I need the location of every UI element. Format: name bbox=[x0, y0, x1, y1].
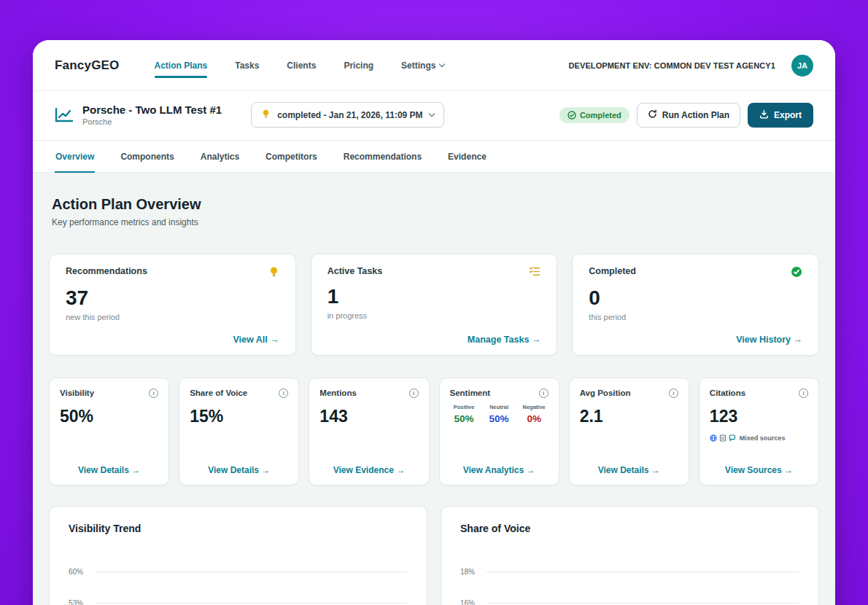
sentiment-card: Sentiment i Positive 50% Neutral 50% Neg… bbox=[439, 378, 559, 485]
line-chart-icon bbox=[55, 107, 74, 123]
info-icon[interactable]: i bbox=[799, 389, 808, 398]
download-icon bbox=[759, 109, 769, 121]
active-tasks-card: Active Tasks 1 in progress Manage Tasks … bbox=[311, 254, 558, 356]
metric-value: 123 bbox=[710, 407, 808, 426]
gridline bbox=[487, 603, 799, 604]
tab-competitors[interactable]: Competitors bbox=[265, 141, 318, 173]
view-evidence-link[interactable]: View Evidence → bbox=[333, 465, 406, 475]
card-caption: this period bbox=[589, 313, 802, 321]
view-sources-link[interactable]: View Sources → bbox=[725, 465, 793, 475]
status-badge-label: Completed bbox=[580, 111, 621, 120]
refresh-icon bbox=[648, 109, 657, 121]
tab-evidence[interactable]: Evidence bbox=[447, 141, 487, 173]
card-value: 37 bbox=[66, 286, 279, 310]
metric-value: 50% bbox=[60, 407, 158, 426]
manage-tasks-link[interactable]: Manage Tasks → bbox=[468, 335, 541, 345]
brand-logo: FancyGEO bbox=[55, 58, 120, 73]
info-icon[interactable]: i bbox=[279, 389, 288, 398]
info-icon[interactable]: i bbox=[669, 389, 678, 398]
info-icon[interactable]: i bbox=[149, 389, 158, 398]
nav-item-clients[interactable]: Clients bbox=[287, 60, 316, 71]
tab-components[interactable]: Components bbox=[120, 141, 174, 173]
nav-item-settings[interactable]: Settings bbox=[401, 60, 444, 71]
chevron-down-icon bbox=[439, 61, 445, 67]
sentiment-neutral-value: 50% bbox=[485, 413, 514, 424]
y-axis-tick: 53% bbox=[69, 599, 88, 605]
status-badge: Completed bbox=[559, 107, 629, 123]
gridline bbox=[95, 571, 408, 572]
card-value: 0 bbox=[589, 286, 802, 310]
metric-label: Visibility bbox=[60, 389, 94, 397]
chart-grid: 18% 16% bbox=[460, 568, 799, 605]
y-axis-tick: 16% bbox=[460, 599, 479, 605]
nav-item-action-plans[interactable]: Action Plans bbox=[155, 60, 208, 71]
summary-cards-row: Recommendations 37 new this period View … bbox=[49, 254, 819, 356]
nav-item-tasks[interactable]: Tasks bbox=[235, 60, 259, 71]
metric-value: 143 bbox=[319, 407, 418, 426]
globe-icon bbox=[710, 432, 717, 445]
view-analytics-link[interactable]: View Analytics → bbox=[463, 465, 535, 475]
y-axis-tick: 18% bbox=[460, 568, 479, 576]
chart-title: Share of Voice bbox=[460, 523, 799, 534]
chart-title: Visibility Trend bbox=[69, 523, 408, 534]
run-selector-dropdown[interactable]: completed - Jan 21, 2026, 11:09 PM bbox=[251, 102, 443, 128]
card-caption: in progress bbox=[328, 311, 541, 320]
page-title: Action Plan Overview bbox=[52, 196, 819, 213]
plan-header: Porsche - Two LLM Test #1 Porsche comple… bbox=[33, 91, 835, 141]
sentiment-breakdown: Positive 50% Neutral 50% Negative 0% bbox=[450, 404, 549, 424]
gridline bbox=[95, 603, 408, 604]
card-caption: new this period bbox=[66, 313, 279, 321]
tab-analytics[interactable]: Analytics bbox=[200, 141, 240, 173]
plan-titles: Porsche - Two LLM Test #1 Porsche bbox=[82, 104, 222, 126]
metric-label: Mentions bbox=[319, 389, 356, 397]
view-details-link[interactable]: View Details → bbox=[78, 465, 140, 475]
view-all-link[interactable]: View All → bbox=[233, 335, 279, 345]
check-circle-icon bbox=[567, 111, 576, 120]
card-label: Recommendations bbox=[66, 266, 147, 276]
sentiment-positive-value: 50% bbox=[450, 413, 478, 424]
nav-item-pricing[interactable]: Pricing bbox=[344, 60, 373, 71]
mentions-card: Mentions i 143 View Evidence → bbox=[309, 378, 429, 485]
top-header: FancyGEO Action Plans Tasks Clients Pric… bbox=[33, 40, 835, 91]
sentiment-negative-label: Negative bbox=[520, 404, 549, 410]
info-icon[interactable]: i bbox=[539, 389, 549, 398]
sources-note: Mixed sources bbox=[740, 434, 786, 442]
tab-overview[interactable]: Overview bbox=[55, 141, 95, 173]
card-label: Completed bbox=[589, 266, 636, 276]
view-history-link[interactable]: View History → bbox=[736, 335, 802, 345]
chat-icon bbox=[729, 432, 736, 445]
visibility-card: Visibility i 50% View Details → bbox=[49, 378, 169, 485]
gridline bbox=[487, 571, 799, 572]
citations-card: Citations i 123 Mixed sources Vi bbox=[699, 378, 819, 485]
card-label: Active Tasks bbox=[328, 266, 383, 276]
page-subtitle: Key performance metrics and insights bbox=[52, 217, 819, 227]
export-button-label: Export bbox=[774, 110, 802, 120]
app-window: FancyGEO Action Plans Tasks Clients Pric… bbox=[33, 40, 835, 605]
plan-tabs: Overview Components Analytics Competitor… bbox=[33, 141, 835, 173]
document-icon bbox=[719, 432, 726, 445]
metric-value: 2.1 bbox=[580, 407, 678, 426]
run-action-plan-button[interactable]: Run Action Plan bbox=[637, 103, 740, 128]
completed-card: Completed 0 this period View History → bbox=[572, 254, 819, 356]
avatar[interactable]: JA bbox=[791, 55, 813, 77]
info-icon[interactable]: i bbox=[409, 389, 419, 398]
export-button[interactable]: Export bbox=[748, 103, 813, 128]
view-details-link[interactable]: View Details → bbox=[208, 465, 270, 475]
lightbulb-icon bbox=[261, 109, 271, 121]
card-value: 1 bbox=[328, 285, 541, 308]
environment-label: DEVELOPMENT ENV: COMMON DEV TEST AGENCY1 bbox=[568, 61, 775, 70]
metric-label: Citations bbox=[710, 389, 745, 397]
metric-label: Sentiment bbox=[450, 389, 491, 397]
share-of-voice-chart: Share of Voice 18% 16% bbox=[441, 506, 819, 605]
lightbulb-icon bbox=[268, 266, 279, 281]
y-axis-tick: 60% bbox=[69, 568, 88, 576]
view-details-link[interactable]: View Details → bbox=[598, 465, 660, 475]
task-list-icon bbox=[529, 266, 540, 279]
metric-value: 15% bbox=[190, 407, 288, 426]
check-circle-icon bbox=[791, 266, 802, 281]
sources-row: Mixed sources bbox=[710, 432, 808, 445]
tab-recommendations[interactable]: Recommendations bbox=[343, 141, 422, 173]
recommendations-card: Recommendations 37 new this period View … bbox=[49, 254, 296, 356]
charts-row: Visibility Trend 60% 53% Share of Voice bbox=[49, 506, 819, 605]
main-content: Action Plan Overview Key performance met… bbox=[33, 173, 835, 605]
